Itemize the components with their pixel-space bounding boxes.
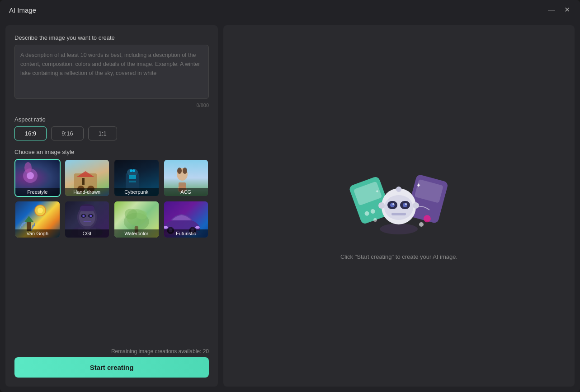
svg-rect-11 (129, 181, 136, 182)
style-item-watercolor[interactable]: Watercolor (113, 201, 160, 238)
style-item-van-gogh[interactable]: Van Gogh (14, 201, 61, 238)
style-label-watercolor: Watercolor (114, 229, 159, 238)
description-section: Describe the image you want to create 0/… (14, 34, 209, 108)
style-grid: Freestyle Han (14, 159, 209, 238)
svg-marker-22 (24, 216, 33, 222)
svg-text:✦: ✦ (375, 189, 379, 194)
svg-point-61 (390, 203, 395, 207)
aspect-btn-16-9[interactable]: 16:9 (14, 126, 47, 140)
svg-point-43 (195, 226, 199, 229)
style-item-freestyle[interactable]: Freestyle (14, 159, 61, 197)
robot-image: ✦ ✦ (344, 152, 453, 243)
svg-point-13 (132, 169, 135, 172)
aspect-ratio-section: Aspect ratio 16:9 9:16 1:1 (14, 116, 209, 140)
window-controls: — ✕ (547, 5, 571, 14)
style-label: Choose an image style (14, 149, 209, 155)
svg-point-66 (396, 187, 401, 192)
svg-point-71 (419, 222, 424, 227)
main-content: Describe the image you want to create 0/… (0, 20, 580, 392)
style-item-acg[interactable]: ACG (163, 159, 209, 197)
window-title: AI Image (9, 6, 36, 14)
svg-point-12 (130, 169, 132, 172)
app-window: AI Image — ✕ Describe the image you want… (0, 0, 580, 392)
left-panel: Describe the image you want to create 0/… (5, 25, 218, 387)
svg-point-56 (380, 224, 418, 234)
style-item-futuristic[interactable]: Futuristic (163, 201, 209, 238)
style-label-cgi: CGI (65, 229, 109, 238)
svg-rect-31 (80, 206, 94, 211)
svg-point-38 (125, 209, 137, 219)
svg-point-20 (38, 208, 43, 213)
svg-point-28 (90, 215, 92, 217)
svg-rect-29 (83, 221, 90, 222)
svg-text:✦: ✦ (416, 182, 421, 189)
remaining-text: Remaining image creations available: 20 (14, 348, 209, 355)
svg-rect-10 (129, 175, 136, 179)
minimize-button[interactable]: — (547, 5, 556, 14)
style-label-freestyle: Freestyle (15, 188, 60, 196)
style-label-acg: ACG (164, 188, 208, 196)
close-button[interactable]: ✕ (563, 5, 571, 14)
right-panel: ✦ ✦ Click "Start creating" to create you… (223, 25, 575, 387)
svg-point-68 (413, 202, 419, 209)
hint-text: Click "Start creating" to create your AI… (340, 253, 457, 260)
svg-point-64 (405, 203, 407, 205)
aspect-ratio-group: 16:9 9:16 1:1 (14, 126, 209, 140)
style-item-cyberpunk[interactable]: Cyberpunk (113, 159, 160, 197)
aspect-btn-1-1[interactable]: 1:1 (88, 126, 117, 140)
svg-point-67 (378, 202, 385, 209)
svg-point-17 (177, 168, 182, 174)
svg-point-62 (403, 203, 407, 207)
describe-label: Describe the image you want to create (14, 34, 209, 41)
style-item-cgi[interactable]: CGI (64, 201, 110, 238)
bottom-bar: Remaining image creations available: 20 … (14, 344, 209, 378)
start-creating-button[interactable]: Start creating (14, 357, 209, 378)
svg-point-39 (137, 210, 147, 219)
title-bar: AI Image — ✕ (0, 0, 580, 20)
robot-illustration: ✦ ✦ Click "Start creating" to create you… (340, 152, 457, 260)
style-label-futuristic: Futuristic (164, 229, 208, 238)
svg-rect-6 (82, 178, 85, 185)
svg-point-63 (392, 203, 394, 205)
style-label-hand-drawn: Hand-drawn (65, 188, 109, 196)
svg-rect-9 (127, 169, 138, 176)
svg-point-72 (373, 218, 377, 222)
svg-point-18 (183, 168, 187, 174)
svg-point-1 (27, 172, 34, 179)
description-textarea[interactable] (14, 45, 209, 99)
style-section: Choose an image style Freestyle (14, 149, 209, 238)
style-label-van-gogh: Van Gogh (15, 229, 60, 238)
aspect-ratio-label: Aspect ratio (14, 116, 209, 123)
svg-point-27 (82, 215, 85, 217)
char-count: 0/800 (14, 103, 209, 108)
style-item-hand-drawn[interactable]: Hand-drawn (64, 159, 110, 197)
svg-point-2 (24, 162, 32, 173)
aspect-btn-9-16[interactable]: 9:16 (51, 126, 83, 140)
style-label-cyberpunk: Cyberpunk (114, 188, 159, 196)
svg-rect-65 (391, 213, 406, 215)
